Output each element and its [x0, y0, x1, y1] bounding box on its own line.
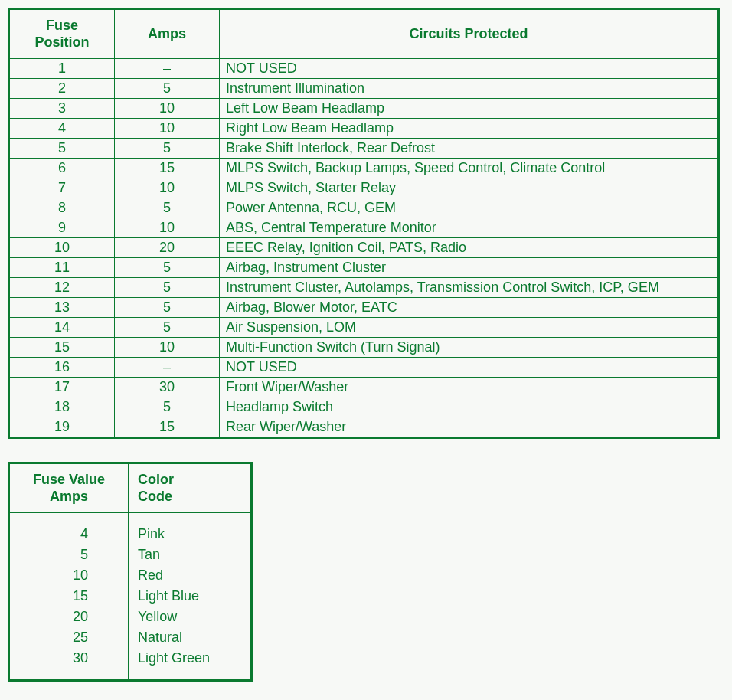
header-color-code: ColorCode [129, 463, 252, 513]
cell-fuse-position: 10 [9, 238, 115, 258]
color-code-value: Natural [138, 630, 182, 645]
cell-amps: 5 [115, 298, 220, 318]
table-row: 135Airbag, Blower Motor, EATC [9, 298, 719, 318]
cell-fuse-position: 8 [9, 198, 115, 218]
cell-circuits: EEEC Relay, Ignition Coil, PATS, Radio [220, 238, 719, 258]
cell-amps: 5 [115, 278, 220, 298]
cell-circuits: Right Low Beam Headlamp [220, 119, 719, 139]
color-code-value: Pink [138, 526, 165, 541]
cell-amps: 10 [115, 338, 220, 358]
table-row: 910ABS, Central Temperature Monitor [9, 218, 719, 238]
table-row: 1915Rear Wiper/Washer [9, 417, 719, 438]
table-row: 310Left Low Beam Headlamp [9, 99, 719, 119]
cell-circuits: Headlamp Switch [220, 397, 719, 417]
cell-circuits: NOT USED [220, 59, 719, 79]
color-code-list: PinkTanRedLight BlueYellowNaturalLight G… [138, 524, 241, 669]
cell-amps: 10 [115, 119, 220, 139]
table-row: 410Right Low Beam Headlamp [9, 119, 719, 139]
cell-fuse-position: 13 [9, 298, 115, 318]
table-row: 615MLPS Switch, Backup Lamps, Speed Cont… [9, 159, 719, 178]
cell-amps: 5 [115, 397, 220, 417]
cell-circuits: NOT USED [220, 358, 719, 378]
cell-fuse-position: 18 [9, 397, 115, 417]
cell-circuits: Power Antenna, RCU, GEM [220, 198, 719, 218]
cell-circuits: Instrument Cluster, Autolamps, Transmiss… [220, 278, 719, 298]
cell-amps: 15 [115, 159, 220, 178]
cell-circuits: MLPS Switch, Starter Relay [220, 178, 719, 198]
color-code-value: Red [138, 568, 163, 583]
table-row: 25Instrument Illumination [9, 79, 719, 99]
header-amps: Amps [115, 9, 220, 59]
cell-circuits: Front Wiper/Washer [220, 378, 719, 397]
cell-circuits: Brake Shift Interlock, Rear Defrost [220, 139, 719, 159]
cell-circuits: Rear Wiper/Washer [220, 417, 719, 438]
cell-amps: 10 [115, 178, 220, 198]
cell-circuits: Multi-Function Switch (Turn Signal) [220, 338, 719, 358]
cell-fuse-position: 7 [9, 178, 115, 198]
table-row: 55Brake Shift Interlock, Rear Defrost [9, 139, 719, 159]
table-row: 16–NOT USED [9, 358, 719, 378]
cell-amps: 20 [115, 238, 220, 258]
cell-amps: 5 [115, 139, 220, 159]
cell-circuits: ABS, Central Temperature Monitor [220, 218, 719, 238]
table-row: 1730Front Wiper/Washer [9, 378, 719, 397]
cell-fuse-position: 1 [9, 59, 115, 79]
cell-fuse-position: 3 [9, 99, 115, 119]
color-amps-value: 15 [73, 588, 88, 604]
color-amps-value: 20 [73, 609, 88, 624]
cell-fuse-position: 2 [9, 79, 115, 99]
table-row: 85Power Antenna, RCU, GEM [9, 198, 719, 218]
cell-fuse-position: 6 [9, 159, 115, 178]
cell-circuits: Instrument Illumination [220, 79, 719, 99]
cell-fuse-position: 11 [9, 258, 115, 278]
color-code-table: Fuse ValueAmps ColorCode 451015202530 Pi… [8, 462, 253, 682]
cell-amps: 30 [115, 378, 220, 397]
cell-amps: 5 [115, 318, 220, 338]
cell-amps: 10 [115, 99, 220, 119]
cell-amps: 5 [115, 258, 220, 278]
cell-amps: 15 [115, 417, 220, 438]
cell-amps: – [115, 59, 220, 79]
cell-fuse-position: 16 [9, 358, 115, 378]
header-fuse-position: FusePosition [9, 9, 115, 59]
cell-amps: 10 [115, 218, 220, 238]
cell-circuits: Left Low Beam Headlamp [220, 99, 719, 119]
table-row: 1–NOT USED [9, 59, 719, 79]
table-row: 115Airbag, Instrument Cluster [9, 258, 719, 278]
cell-fuse-position: 12 [9, 278, 115, 298]
cell-fuse-position: 15 [9, 338, 115, 358]
color-code-value: Light Blue [138, 588, 199, 604]
table-row: 1020EEEC Relay, Ignition Coil, PATS, Rad… [9, 238, 719, 258]
cell-amps: – [115, 358, 220, 378]
color-code-value: Tan [138, 547, 160, 562]
cell-circuits: Air Suspension, LOM [220, 318, 719, 338]
color-amps-value: 4 [80, 526, 88, 541]
table-row: 185Headlamp Switch [9, 397, 719, 417]
fuse-table: FusePosition Amps Circuits Protected 1–N… [8, 8, 720, 439]
cell-circuits: Airbag, Instrument Cluster [220, 258, 719, 278]
table-row: 145Air Suspension, LOM [9, 318, 719, 338]
cell-fuse-position: 19 [9, 417, 115, 438]
cell-fuse-position: 9 [9, 218, 115, 238]
header-fuse-value-amps: Fuse ValueAmps [9, 463, 129, 513]
color-amps-value: 5 [80, 547, 88, 562]
cell-fuse-position: 4 [9, 119, 115, 139]
color-code-value: Light Green [138, 650, 210, 666]
color-amps-value: 10 [73, 568, 88, 583]
cell-fuse-position: 14 [9, 318, 115, 338]
cell-fuse-position: 5 [9, 139, 115, 159]
cell-circuits: Airbag, Blower Motor, EATC [220, 298, 719, 318]
table-row: 125Instrument Cluster, Autolamps, Transm… [9, 278, 719, 298]
color-amps-value: 30 [73, 650, 88, 666]
cell-circuits: MLPS Switch, Backup Lamps, Speed Control… [220, 159, 719, 178]
color-amps-list: 451015202530 [19, 524, 119, 669]
cell-amps: 5 [115, 79, 220, 99]
header-circuits: Circuits Protected [220, 9, 719, 59]
color-amps-value: 25 [73, 630, 88, 645]
table-row: 1510Multi-Function Switch (Turn Signal) [9, 338, 719, 358]
color-code-value: Yellow [138, 609, 177, 624]
cell-fuse-position: 17 [9, 378, 115, 397]
cell-amps: 5 [115, 198, 220, 218]
table-row: 710MLPS Switch, Starter Relay [9, 178, 719, 198]
